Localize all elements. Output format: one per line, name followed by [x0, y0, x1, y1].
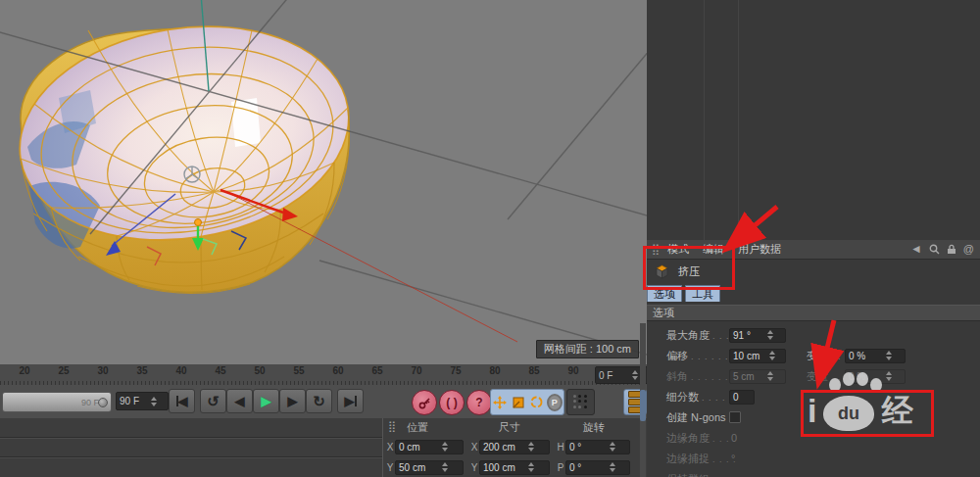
position-y-field[interactable]: 50 cm	[395, 460, 464, 475]
axis-label: Y	[385, 462, 395, 473]
baidu-jingyan-watermark: i du 经	[802, 380, 931, 435]
offset-value: 10 cm	[733, 351, 760, 361]
goto-end-icon: ▶	[345, 394, 355, 408]
record-scale-toggle[interactable]	[511, 395, 526, 410]
rotation-h-field[interactable]: 0 °	[565, 440, 630, 454]
goto-next-key-button[interactable]: ↻	[306, 389, 332, 413]
offset-variance-field[interactable]: 0 %	[845, 349, 906, 363]
play-forward-button[interactable]: ▶	[253, 389, 279, 413]
bevel-stepper	[759, 368, 782, 384]
size-x-stepper[interactable]	[517, 439, 546, 454]
watermark-text: i	[808, 392, 816, 430]
rotation-p-stepper[interactable]	[599, 459, 626, 475]
position-y-stepper[interactable]	[430, 459, 460, 475]
goto-start-button[interactable]: ◀	[169, 389, 195, 413]
subdivision-field[interactable]: 0	[729, 390, 755, 405]
question-icon: ?	[475, 396, 482, 409]
max-frame-stepper[interactable]	[143, 394, 165, 409]
keyframe-selection-button[interactable]: ?	[466, 390, 492, 415]
record-position-toggle[interactable]	[492, 395, 508, 410]
offset-variance-stepper[interactable]	[876, 348, 902, 363]
goto-end-button[interactable]: ▶	[337, 389, 364, 413]
panel-grid-icon: ⣿	[652, 243, 660, 256]
size-y-stepper[interactable]	[517, 459, 546, 475]
position-x-field[interactable]: 0 cm	[395, 440, 464, 454]
record-active-objects-button[interactable]	[412, 390, 437, 415]
rotation-h-value: 0 °	[569, 442, 597, 453]
baidu-paw-logo: du	[823, 396, 874, 431]
c4d-application-window: 网格间距 : 100 cm 20 25 30 35 40 45 50 55 60…	[0, 0, 980, 477]
param-row-edge-snap: 边缘捕捉 . . . . °	[647, 450, 980, 467]
autokey-button[interactable]: ( )	[439, 390, 465, 415]
record-parameter-toggle[interactable]: P	[547, 395, 563, 410]
divider	[738, 0, 739, 240]
attribute-scrollbar[interactable]	[640, 323, 646, 477]
ruler-tick: 75	[436, 365, 475, 376]
edge-snap-value: °	[731, 453, 735, 464]
ruler-tick: 45	[201, 365, 240, 376]
param-row-offset: 偏移 . . . . . . 10 cm 变量 . . 0 %	[647, 347, 980, 364]
range-end-label: 90 F	[81, 398, 99, 407]
offset-field[interactable]: 10 cm	[729, 349, 786, 363]
param-row-preserve-groups: 保持群组 . .	[647, 470, 980, 477]
max-angle-stepper[interactable]	[759, 327, 782, 343]
position-x-value: 0 cm	[399, 442, 428, 453]
size-y-field[interactable]: 100 cm	[479, 460, 550, 475]
position-header: 位置	[407, 420, 428, 435]
menu-mode[interactable]: 模式	[667, 242, 689, 257]
bevel-field: 5 cm	[729, 369, 786, 384]
next-key-icon: ↻	[313, 394, 325, 408]
prev-frame-button[interactable]: ◀	[226, 389, 253, 413]
goto-prev-key-button[interactable]: ↺	[200, 389, 226, 413]
param-label: 保持群组 . .	[666, 472, 723, 477]
point-level-animation-button[interactable]	[566, 389, 595, 415]
menu-user-data[interactable]: 用户数据	[738, 242, 781, 257]
divider	[704, 0, 705, 240]
tab-tool[interactable]: 工具	[685, 285, 720, 302]
ruler-tick: 90	[554, 365, 593, 376]
scale-square-icon	[512, 396, 525, 409]
search-icon[interactable]	[929, 244, 940, 255]
viewport-3d[interactable]: 网格间距 : 100 cm	[0, 0, 647, 365]
rotation-h-stepper[interactable]	[599, 439, 626, 454]
timeline-ruler[interactable]: 20 25 30 35 40 45 50 55 60 65 70 75 80 8…	[0, 364, 647, 386]
axis-label: P	[556, 462, 565, 473]
range-slider-knob[interactable]	[98, 398, 108, 407]
scrollbar-thumb[interactable]	[640, 390, 646, 421]
position-x-stepper[interactable]	[430, 439, 460, 454]
timeline-range-slider[interactable]: 90 F	[2, 392, 112, 412]
create-ngons-checkbox[interactable]	[729, 411, 741, 423]
size-y-value: 100 cm	[483, 462, 515, 473]
ruler-tick: 50	[240, 365, 279, 376]
tab-options[interactable]: 选项	[647, 285, 682, 302]
rotation-p-field[interactable]: 0 °	[565, 460, 630, 475]
subdivision-value: 0	[733, 392, 751, 403]
attribute-tabs: 选项 工具	[647, 285, 720, 302]
size-x-field[interactable]: 200 cm	[479, 440, 550, 454]
offset-variance-value: 0 %	[849, 351, 874, 361]
lock-icon[interactable]	[947, 244, 956, 255]
ruler-tick: 35	[122, 365, 162, 376]
next-frame-icon: ▶	[288, 394, 298, 408]
position-y-value: 50 cm	[399, 462, 428, 473]
at-icon[interactable]: @	[963, 243, 974, 255]
param-row-max-angle: 最大角度 . . . . 91 °	[647, 326, 980, 344]
options-section-header[interactable]: 选项	[647, 305, 980, 321]
end-frame-value: 0 F	[599, 370, 621, 381]
record-rotation-toggle[interactable]	[528, 395, 544, 410]
offset-stepper[interactable]	[761, 348, 782, 363]
ruler-tick: 65	[358, 365, 397, 376]
coordinate-row-x: X 0 cm X 200 cm H 0 °	[385, 438, 646, 455]
menu-edit[interactable]: 编辑	[703, 242, 724, 257]
param-label: 细分数 . . . . .	[666, 390, 733, 405]
pla-dots-icon	[573, 395, 588, 409]
selected-tool-row[interactable]: 挤压	[647, 259, 980, 285]
autokey-icon: ( )	[446, 396, 457, 409]
watermark-text: 经	[882, 390, 913, 433]
grid-spacing-label: 网格间距 : 100 cm	[536, 340, 639, 358]
history-back-icon[interactable]: ◄	[910, 242, 922, 256]
max-frame-field[interactable]: 90 F	[116, 392, 169, 410]
rotation-p-value: 0 °	[569, 462, 597, 473]
max-angle-field[interactable]: 91 °	[729, 328, 786, 343]
next-frame-button[interactable]: ▶	[279, 389, 306, 413]
